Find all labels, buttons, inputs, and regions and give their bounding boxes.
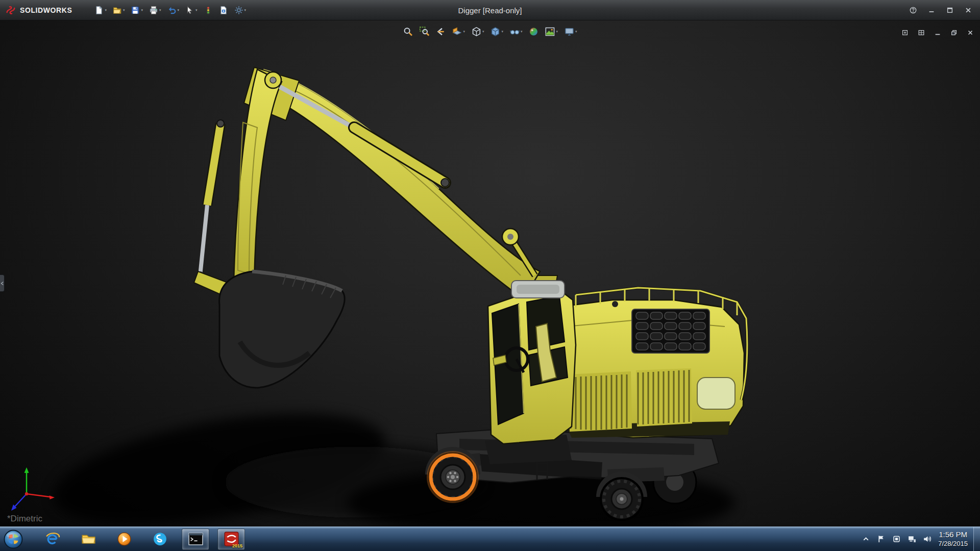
start-button[interactable]	[0, 527, 27, 551]
new-document-button[interactable]: ▾	[93, 3, 108, 17]
tray-action-center-button[interactable]	[875, 532, 887, 546]
open-button[interactable]: ▾	[112, 3, 126, 17]
options-button[interactable]: ▾	[233, 3, 248, 17]
taskbar-skype-button[interactable]	[146, 529, 174, 550]
doc-layout-button[interactable]	[917, 26, 926, 40]
dropdown-arrow-icon[interactable]: ▾	[556, 30, 558, 34]
undo-button[interactable]: ▾	[166, 3, 181, 17]
featuremanager-collapse-tab[interactable]	[0, 274, 5, 292]
document-window-controls	[900, 26, 975, 40]
view-orientation-label: *Dimetric	[7, 514, 42, 524]
previous-view-button[interactable]	[434, 24, 447, 39]
dropdown-arrow-icon[interactable]: ▾	[244, 8, 247, 12]
solidworks-logo-text: SOLIDWORKS	[20, 6, 72, 14]
help-button[interactable]	[909, 3, 918, 17]
save-button[interactable]: ▾	[130, 3, 144, 17]
taskbar: 2015 1:56 PM 7/28/2015	[0, 527, 980, 551]
dropdown-arrow-icon[interactable]: ▾	[482, 30, 484, 34]
taskbar-apps: 2015	[39, 527, 245, 551]
tray-display-button[interactable]	[906, 532, 917, 546]
taskbar-solidworks-button[interactable]: 2015	[217, 529, 245, 550]
front-left-wheel[interactable]	[429, 453, 477, 501]
app-minimize-button[interactable]	[927, 3, 936, 17]
solidworks-logo: SOLIDWORKS	[5, 5, 72, 16]
system-tray	[860, 527, 933, 551]
section-view-button[interactable]: ▾	[451, 24, 466, 39]
menu-bar: SOLIDWORKS ▾▾▾▾▾▾▾ Digger [Read-only]	[0, 0, 980, 20]
dropdown-arrow-icon[interactable]: ▾	[501, 30, 503, 34]
dropdown-arrow-icon[interactable]: ▾	[105, 8, 107, 12]
doc-close-button[interactable]	[966, 26, 975, 40]
edit-appearance-button[interactable]	[528, 24, 540, 39]
tray-show-hidden-button[interactable]	[860, 532, 871, 546]
doc-new-window-button[interactable]	[900, 26, 910, 40]
cab-group[interactable]	[485, 281, 576, 464]
taskbar-media-player-button[interactable]	[110, 529, 138, 550]
graphics-area[interactable]: ▾▾▾▾▾▾	[0, 20, 980, 527]
apply-scene-button[interactable]: ▾	[544, 24, 559, 39]
dropdown-arrow-icon[interactable]: ▾	[463, 30, 465, 34]
taskbar-clock[interactable]: 1:56 PM 7/28/2015	[938, 530, 968, 548]
dropdown-arrow-icon[interactable]: ▾	[178, 8, 180, 12]
rear-right-wheel[interactable]	[601, 478, 643, 520]
view-orientation-button[interactable]: ▾	[470, 24, 485, 39]
app-maximize-button[interactable]	[945, 3, 954, 17]
zoom-to-area-button[interactable]	[418, 24, 430, 39]
boom-group[interactable]	[194, 67, 557, 307]
tray-app-button[interactable]	[891, 532, 902, 546]
show-desktop-button[interactable]	[973, 527, 980, 551]
rebuild-button[interactable]	[203, 3, 214, 17]
taskbar-command-prompt-button[interactable]	[182, 529, 209, 550]
clock-date: 7/28/2015	[938, 540, 968, 548]
taskbar-explorer-button[interactable]	[75, 529, 102, 550]
doc-minimize-button[interactable]	[933, 26, 942, 40]
quick-access-toolbar: ▾▾▾▾▾▾▾	[93, 3, 247, 17]
dropdown-arrow-icon[interactable]: ▾	[123, 8, 125, 12]
doc-restore-button[interactable]	[949, 26, 959, 40]
dropdown-arrow-icon[interactable]: ▾	[195, 8, 198, 12]
solidworks-logo-icon	[5, 5, 16, 16]
view-settings-button[interactable]: ▾	[563, 24, 578, 39]
bucket-group[interactable]	[219, 271, 345, 388]
tray-volume-button[interactable]	[921, 532, 933, 546]
print-button[interactable]: ▾	[148, 3, 162, 17]
taskbar-internet-explorer-button[interactable]	[39, 529, 66, 550]
dropdown-arrow-icon[interactable]: ▾	[141, 8, 143, 12]
dropdown-arrow-icon[interactable]: ▾	[159, 8, 161, 12]
app-close-button[interactable]	[964, 3, 973, 17]
app-window-controls	[909, 3, 973, 17]
app-badge: 2015	[232, 543, 242, 548]
heads-up-view-toolbar: ▾▾▾▾▾▾	[402, 24, 578, 39]
clock-time: 1:56 PM	[939, 530, 967, 540]
engine-grille	[632, 309, 709, 353]
file-properties-button[interactable]	[218, 3, 229, 17]
select-button[interactable]: ▾	[184, 3, 199, 17]
zoom-to-fit-button[interactable]	[402, 24, 414, 39]
body-group[interactable]	[565, 288, 747, 438]
windows-start-icon	[3, 529, 23, 549]
dropdown-arrow-icon[interactable]: ▾	[521, 30, 523, 34]
orientation-triad	[11, 467, 55, 511]
dropdown-arrow-icon[interactable]: ▾	[575, 30, 577, 34]
hide-show-items-button[interactable]: ▾	[508, 24, 524, 39]
collapse-arrow-icon	[1, 281, 4, 286]
display-style-button[interactable]: ▾	[489, 24, 504, 39]
model-scene[interactable]	[0, 20, 980, 527]
